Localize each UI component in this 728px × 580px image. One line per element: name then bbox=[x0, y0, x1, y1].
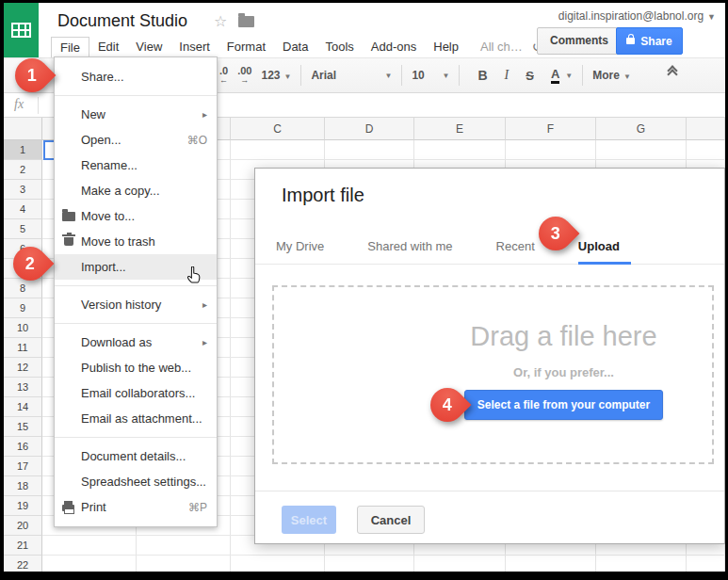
sheets-logo[interactable] bbox=[4, 3, 39, 57]
menu-item-label: New bbox=[81, 107, 105, 121]
menu-item-version-history[interactable]: Version history▸ bbox=[55, 292, 217, 317]
menu-item-spreadsheet-settings[interactable]: Spreadsheet settings... bbox=[55, 469, 217, 494]
column-header-blank[interactable] bbox=[687, 118, 725, 140]
more-button[interactable]: More▼ bbox=[592, 69, 631, 82]
dropzone-heading: Drag a file here bbox=[415, 321, 712, 352]
menu-item-rename[interactable]: Rename... bbox=[55, 153, 217, 178]
menubar-item-help[interactable]: Help bbox=[425, 37, 467, 57]
menubar-item-add-ons[interactable]: Add-ons bbox=[363, 37, 425, 57]
menu-item-share[interactable]: Share... bbox=[55, 64, 217, 89]
move-folder-icon[interactable] bbox=[238, 16, 254, 27]
dialog-tabs: My DriveShared with meRecentUpload bbox=[255, 221, 724, 265]
dialog-title: Import file bbox=[282, 185, 364, 206]
row-header-9[interactable]: 9 bbox=[4, 298, 42, 318]
submenu-arrow-icon: ▸ bbox=[202, 109, 207, 120]
column-header-e[interactable]: E bbox=[414, 118, 506, 140]
import-file-dialog: Import file My DriveShared with meRecent… bbox=[254, 168, 725, 544]
column-header-g[interactable]: G bbox=[596, 118, 687, 140]
menu-separator bbox=[55, 437, 217, 438]
font-family-select[interactable]: Arial▼ bbox=[311, 69, 392, 82]
row-header-14[interactable]: 14 bbox=[4, 397, 42, 417]
row-header-4[interactable]: 4 bbox=[4, 200, 42, 219]
menu-item-label: Move to trash bbox=[81, 234, 155, 249]
menu-item-email-collaborators[interactable]: Email collaborators... bbox=[55, 380, 217, 406]
increase-decimal-button[interactable]: .00→ bbox=[237, 66, 251, 85]
comments-button[interactable]: Comments bbox=[537, 27, 622, 55]
row-header-21[interactable]: 21 bbox=[4, 536, 42, 556]
menu-item-label: Open... bbox=[81, 133, 121, 147]
hand-cursor-icon bbox=[186, 266, 202, 284]
menubar-item-data[interactable]: Data bbox=[274, 37, 316, 57]
menu-item-document-details[interactable]: Document details... bbox=[55, 443, 217, 469]
menubar-item-edit[interactable]: Edit bbox=[89, 37, 127, 57]
menubar-item-format[interactable]: Format bbox=[218, 37, 274, 57]
step-annotation-2: 2 bbox=[8, 241, 53, 286]
menu-item-publish-to-the-web[interactable]: Publish to the web... bbox=[55, 355, 217, 380]
font-size-select[interactable]: 10▼ bbox=[412, 69, 449, 82]
menu-item-make-a-copy[interactable]: Make a copy... bbox=[55, 178, 217, 203]
menu-item-move-to-trash[interactable]: Move to trash bbox=[55, 229, 217, 254]
menubar-item-insert[interactable]: Insert bbox=[170, 37, 218, 57]
decrease-decimal-button[interactable]: .0← bbox=[219, 66, 228, 85]
strikethrough-button[interactable]: S bbox=[526, 69, 534, 83]
dialog-footer-divider bbox=[255, 491, 724, 491]
menu-item-label: Document details... bbox=[81, 449, 186, 463]
tab-shared-with-me[interactable]: Shared with me bbox=[367, 239, 452, 264]
row-header-20[interactable]: 20 bbox=[4, 516, 42, 536]
row-header-18[interactable]: 18 bbox=[4, 476, 42, 496]
menu-item-open[interactable]: Open...⌘O bbox=[55, 127, 217, 153]
submenu-arrow-icon: ▸ bbox=[202, 299, 207, 310]
menu-item-label: Version history bbox=[81, 298, 161, 312]
row-header-11[interactable]: 11 bbox=[4, 338, 42, 358]
file-dropzone[interactable]: Drag a file here Or, if you prefer... Se… bbox=[272, 285, 714, 464]
document-title[interactable]: Document Studio bbox=[57, 11, 187, 31]
tab-upload[interactable]: Upload bbox=[578, 239, 620, 264]
menubar-item-file[interactable]: File bbox=[51, 37, 89, 57]
menubar-items: FileEditViewInsertFormatDataToolsAdd-ons… bbox=[51, 37, 467, 57]
menu-item-email-as-attachment[interactable]: Email as attachment... bbox=[55, 406, 217, 431]
row-header-1[interactable]: 1 bbox=[4, 140, 42, 160]
dialog-select-button[interactable]: Select bbox=[282, 506, 336, 534]
column-header-f[interactable]: F bbox=[506, 118, 596, 140]
menu-item-move-to[interactable]: Move to... bbox=[55, 203, 217, 229]
row-header-10[interactable]: 10 bbox=[4, 318, 42, 338]
menu-item-label: Email collaborators... bbox=[81, 386, 195, 400]
menu-item-download-as[interactable]: Download as▸ bbox=[55, 330, 217, 355]
tab-my-drive[interactable]: My Drive bbox=[276, 239, 324, 264]
menubar-item-view[interactable]: View bbox=[127, 37, 170, 57]
select-all-corner[interactable] bbox=[4, 118, 42, 140]
row-header-3[interactable]: 3 bbox=[4, 180, 42, 200]
save-status[interactable]: All ch… bbox=[480, 40, 523, 54]
row-header-12[interactable]: 12 bbox=[4, 358, 42, 378]
bold-button[interactable]: B bbox=[477, 68, 487, 83]
menu-shortcut: ⌘O bbox=[187, 134, 207, 147]
grid-vline bbox=[230, 140, 231, 572]
row-header-19[interactable]: 19 bbox=[4, 496, 42, 516]
row-header-2[interactable]: 2 bbox=[4, 160, 42, 180]
number-format-button[interactable]: 123▼ bbox=[261, 69, 291, 82]
menu-item-label: Move to... bbox=[81, 209, 135, 223]
menu-item-new[interactable]: New▸ bbox=[55, 102, 217, 127]
dialog-cancel-button[interactable]: Cancel bbox=[357, 506, 425, 534]
row-header-5[interactable]: 5 bbox=[4, 219, 42, 239]
row-header-22[interactable]: 22 bbox=[4, 556, 42, 572]
star-icon[interactable]: ☆ bbox=[214, 12, 227, 30]
text-color-button[interactable]: A bbox=[551, 67, 559, 84]
menubar-item-tools[interactable]: Tools bbox=[316, 37, 362, 57]
column-header-d[interactable]: D bbox=[325, 118, 414, 140]
collapse-toolbar-button[interactable] bbox=[669, 71, 676, 78]
menu-item-print[interactable]: Print⌘P bbox=[55, 494, 217, 520]
toolbar-separator bbox=[300, 65, 301, 86]
text-color-caret-icon[interactable]: ▼ bbox=[565, 72, 573, 80]
share-button[interactable]: Share bbox=[616, 27, 683, 55]
select-file-button[interactable]: Select a file from your computer bbox=[464, 390, 663, 420]
account-email[interactable]: digital.inspiration@labnol.org▼ bbox=[558, 9, 716, 23]
italic-button[interactable]: I bbox=[505, 68, 510, 83]
column-header-c[interactable]: C bbox=[231, 118, 325, 140]
row-header-13[interactable]: 13 bbox=[4, 378, 42, 397]
row-header-16[interactable]: 16 bbox=[4, 437, 42, 457]
row-header-17[interactable]: 17 bbox=[4, 457, 42, 476]
tab-recent[interactable]: Recent bbox=[496, 239, 535, 264]
printer-icon bbox=[62, 505, 74, 511]
row-header-15[interactable]: 15 bbox=[4, 417, 42, 437]
